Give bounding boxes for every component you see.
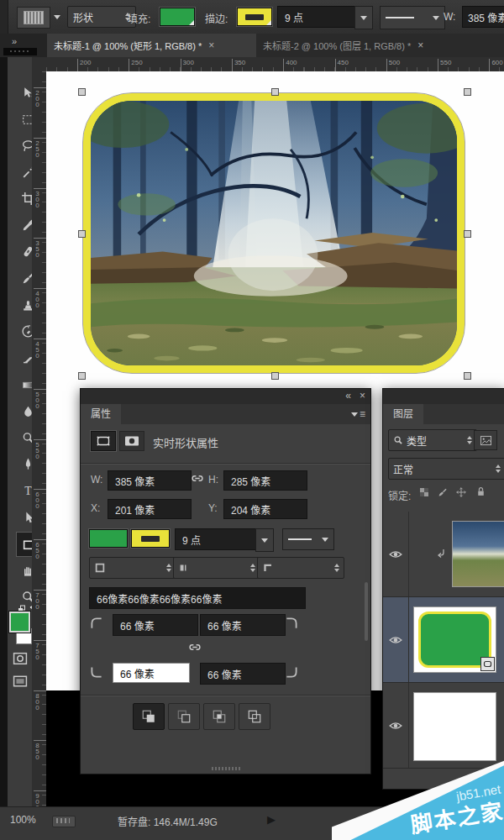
radius-summary-field[interactable]: 66像素66像素66像素66像素 [89,587,306,609]
ruler-number: 200 [77,59,91,66]
shape-fill-image[interactable] [83,93,465,373]
exclude-shapes-button[interactable] [239,703,270,730]
stroke-width-dropdown[interactable] [255,528,274,552]
stroke-color-swatch[interactable] [131,529,170,548]
visibility-eye-icon[interactable] [389,721,402,731]
transform-handle[interactable] [78,88,86,96]
close-icon[interactable]: × [360,390,365,402]
stroke-width-field[interactable]: 9 点 [175,528,264,550]
mask-properties-icon[interactable] [119,431,144,451]
lock-pixels-icon[interactable] [437,486,449,498]
status-arrow-icon[interactable]: ▶ [267,813,276,826]
lock-transparency-icon[interactable] [418,486,430,498]
tool-preset-button[interactable] [17,7,50,29]
stroke-caps-select[interactable] [173,557,260,579]
lock-all-icon[interactable] [475,486,486,497]
stroke-color-swatch[interactable] [237,8,272,26]
transform-handle[interactable] [78,230,86,238]
ruler-vertical: 2002503003504004505005506006507007508008… [32,71,47,806]
radius-tl-field[interactable]: 66 像素 [113,614,198,636]
panel-resize-grip[interactable] [212,767,240,770]
close-icon[interactable]: × [208,39,214,51]
tool-preset-dropdown-icon[interactable] [54,15,60,19]
stroke-width-dropdown[interactable] [354,6,373,29]
tab-document-1[interactable]: 未标题-1 @ 100% (矩形 1, RGB/8) * × [47,34,270,57]
filter-value: 类型 [407,433,427,448]
transform-handle[interactable] [271,372,279,380]
ruler-number: 550 [438,59,451,66]
stroke-dash-icon [245,14,264,20]
close-icon[interactable]: × [417,39,423,51]
intersect-shapes-button[interactable] [203,703,235,730]
stroke-corners-select[interactable] [257,557,344,579]
transform-handle[interactable] [271,88,279,96]
fill-color-swatch[interactable] [160,8,195,26]
dropdown-icon [433,16,439,20]
width-field[interactable]: 385 像素 [108,470,192,491]
blend-mode-select[interactable]: 正常 [388,458,504,480]
quick-mask-button[interactable] [12,652,29,665]
ruler-number: 500 [34,389,41,408]
clipping-mask-icon [437,549,446,559]
ruler-origin-corner[interactable] [32,57,47,72]
ruler-number: 600 [489,59,502,66]
screen-mode-button[interactable] [12,675,29,688]
stroke-align-select[interactable] [89,557,176,579]
transform-handle[interactable] [464,372,471,380]
ruler-number: 450 [34,339,41,358]
transform-handle[interactable] [464,230,471,238]
svg-text:T: T [24,485,32,497]
transform-handle[interactable] [464,88,471,96]
x-field[interactable]: 201 像素 [108,499,192,519]
blend-mode-value: 正常 [393,462,413,476]
subtract-shape-button[interactable] [168,703,200,730]
panel-tab-row: 属性 ≡ [81,404,370,424]
ruler-number: 250 [34,138,41,157]
stroke-style-select[interactable] [380,6,445,29]
tab-document-2[interactable]: 未标题-2 @ 100% (图层 1, RGB/8) * × [256,34,504,57]
live-shape-icon[interactable] [91,431,116,451]
tab-layers[interactable]: 图层 [383,404,423,424]
dock-collapse-area[interactable]: » [0,34,47,57]
layer-row-image[interactable] [383,512,504,597]
w-label: W: [91,474,102,486]
radius-bl-input[interactable] [113,663,190,683]
scratch-disk-status: 暂存盘: 146.4M/1.49G [118,814,218,828]
visibility-eye-icon[interactable] [389,635,402,645]
stroke-style-select[interactable] [282,528,334,550]
layer-thumbnail-shape[interactable] [413,606,496,673]
stroke-width-field[interactable]: 9 点 [277,6,363,28]
ruler-horizontal: 200250300350400450500550600 [46,57,504,72]
tab-label: 未标题-2 @ 100% (图层 1, RGB/8) * [263,39,411,52]
radius-br-field[interactable]: 66 像素 [200,663,286,685]
layer-row-shape-selected[interactable] [383,597,504,683]
link-radius-icon[interactable] [187,641,202,654]
visibility-eye-icon[interactable] [389,549,402,559]
shape-width-field[interactable]: 385 像素 [462,6,504,28]
y-field[interactable]: 204 像素 [223,499,307,519]
tools-panel: T [8,57,33,806]
rounded-rectangle-shape[interactable] [81,92,466,375]
photoshop-window: 形状 填充: 描边: 9 点 W: 385 像素 » 未标题-1 @ 100% … [0,0,504,840]
filter-kind-image-button[interactable] [474,430,497,450]
height-field[interactable]: 285 像素 [223,470,307,491]
layer-filter-select[interactable]: 类型 [388,429,477,451]
radius-tr-field[interactable]: 66 像素 [200,614,286,636]
layer-thumbnail-forest[interactable] [452,521,504,587]
link-dimensions-icon[interactable] [190,472,205,485]
combine-shapes-button[interactable] [133,703,165,730]
panel-menu-icon[interactable]: ≡ [351,408,365,420]
tool-mode-select[interactable]: 形状 [67,6,136,28]
ruler-number: 650 [34,539,41,559]
collapse-panel-icon[interactable]: « [345,390,351,402]
window-edge [0,57,8,806]
zoom-level[interactable]: 100% [10,814,36,826]
foreground-color-swatch[interactable] [9,612,30,633]
fill-color-swatch[interactable] [89,529,128,548]
tab-properties[interactable]: 属性 [81,404,121,424]
transform-handle[interactable] [78,372,86,380]
lock-position-icon[interactable] [455,486,467,498]
panel-scrollbar[interactable] [365,582,368,641]
properties-panel: « × 属性 ≡ 实时形状属性 W: 385 像素 H: 285 像素 X: 2… [80,388,371,774]
collapse-dock-icon[interactable]: » [12,36,18,46]
